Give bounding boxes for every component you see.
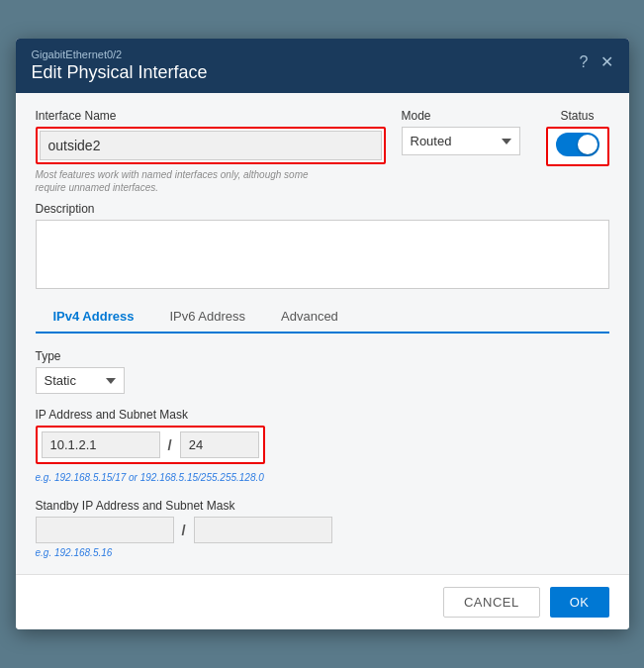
tabs-bar: IPv4 Address IPv6 Address Advanced [36, 301, 609, 334]
interface-name-box [36, 127, 386, 164]
status-label: Status [560, 109, 594, 123]
tab-advanced[interactable]: Advanced [263, 301, 356, 334]
ipv4-content: Type Static IP Address and Subnet Mask /… [36, 349, 609, 558]
interface-name-hint: Most features work with named interfaces… [36, 168, 313, 194]
interface-mode-status-row: Interface Name Most features work with n… [36, 109, 609, 194]
status-box [546, 127, 609, 166]
mode-select[interactable]: Routed [402, 127, 520, 155]
ip-example-text: e.g. 192.168.5.15/17 or 192.168.5.15/255… [36, 472, 609, 483]
slash-divider: / [168, 436, 172, 453]
type-label: Type [36, 349, 609, 363]
toggle-thumb [578, 135, 598, 154]
status-group: Status [546, 109, 609, 166]
ip-subnet-label: IP Address and Subnet Mask [36, 408, 609, 422]
standby-ip-input[interactable] [36, 517, 174, 543]
ok-button[interactable]: OK [550, 587, 609, 618]
dialog-title: Edit Physical Interface [32, 62, 208, 83]
edit-physical-interface-dialog: GigabitEthernet0/2 Edit Physical Interfa… [16, 39, 629, 629]
close-icon[interactable]: ✕ [600, 52, 613, 71]
dialog-header-icons: ? ✕ [580, 52, 613, 71]
toggle-track [556, 133, 599, 156]
cancel-button[interactable]: CANCEL [443, 587, 540, 618]
mode-label: Mode [402, 109, 530, 123]
type-select[interactable]: Static [36, 367, 125, 394]
dialog-body: Interface Name Most features work with n… [16, 93, 629, 574]
dialog-footer: CANCEL OK [16, 574, 629, 629]
mode-group: Mode Routed [402, 109, 530, 155]
standby-label: Standby IP Address and Subnet Mask [36, 499, 609, 513]
status-toggle[interactable] [556, 133, 599, 156]
tab-ipv4[interactable]: IPv4 Address [36, 301, 152, 334]
standby-example-text: e.g. 192.168.5.16 [36, 547, 609, 558]
standby-subnet-input[interactable] [194, 517, 332, 543]
standby-row: / [36, 517, 609, 543]
tab-ipv6[interactable]: IPv6 Address [151, 301, 263, 334]
standby-slash-divider: / [182, 522, 186, 538]
ip-address-input[interactable] [42, 431, 160, 458]
help-icon[interactable]: ? [580, 53, 589, 71]
subnet-mask-input[interactable] [180, 431, 259, 458]
interface-name-input[interactable] [40, 131, 382, 160]
interface-name-group: Interface Name Most features work with n… [36, 109, 386, 194]
interface-name-label: Interface Name [36, 109, 386, 123]
description-textarea[interactable] [36, 220, 609, 289]
ip-subnet-box: / [36, 426, 265, 464]
dialog-header: GigabitEthernet0/2 Edit Physical Interfa… [16, 39, 629, 93]
description-group: Description [36, 202, 609, 289]
dialog-header-left: GigabitEthernet0/2 Edit Physical Interfa… [32, 48, 208, 83]
dialog-subtitle: GigabitEthernet0/2 [32, 48, 208, 60]
description-label: Description [36, 202, 609, 216]
